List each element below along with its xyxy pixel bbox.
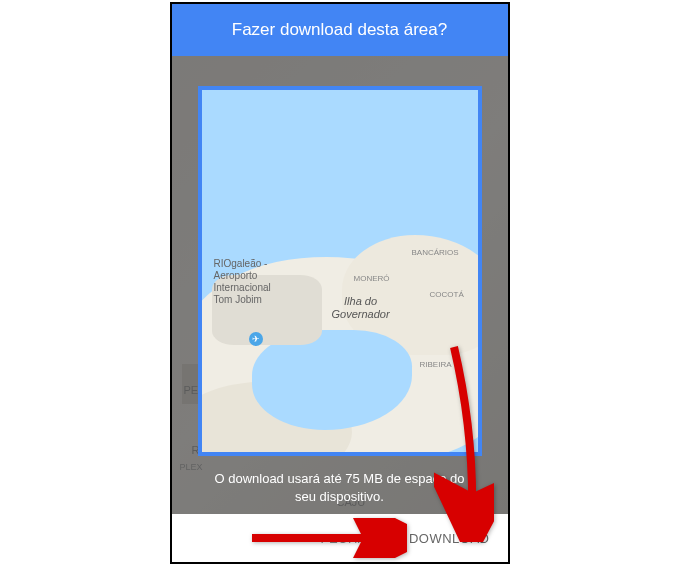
place-airport: RIOgaleão - Aeroporto Internacional Tom … <box>214 258 271 306</box>
place-bancarios: BANCÁRIOS <box>412 248 459 258</box>
place-ilha: Ilha do Governador <box>332 295 390 321</box>
annotation-arrow-2 <box>247 518 407 562</box>
airplane-icon: ✈ <box>249 332 263 346</box>
annotation-arrow-1 <box>434 342 494 546</box>
dialog-title: Fazer download desta área? <box>232 20 447 39</box>
phone-screen: PENHA RAMOS CAJU PLEX Fazer download des… <box>170 2 510 564</box>
place-cocota: COCOTÁ <box>430 290 464 300</box>
dialog-header: Fazer download desta área? <box>172 4 508 56</box>
place-monero: MONERÓ <box>354 274 390 284</box>
